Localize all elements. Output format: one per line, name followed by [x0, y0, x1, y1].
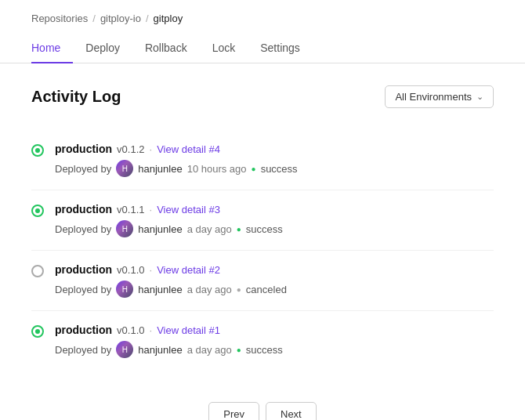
deployed-by-label: Deployed by — [55, 284, 111, 295]
time-text: 10 hours ago — [187, 163, 247, 175]
status-icon-success — [31, 205, 44, 217]
version-tag: v0.1.2 — [117, 143, 144, 155]
user-name: hanjunlee — [138, 223, 182, 235]
view-detail-link[interactable]: View detail #1 — [157, 324, 220, 336]
breadcrumb-repositories[interactable]: Repositories — [31, 13, 88, 24]
activity-meta-row: Deployed by H hanjunlee a day ago ● succ… — [55, 341, 283, 358]
breadcrumb: Repositories / gitploy-io / gitploy — [0, 0, 525, 34]
avatar-image: H — [116, 281, 133, 298]
env-name: production — [55, 263, 112, 276]
version-tag: v0.1.0 — [117, 264, 144, 276]
detail-sep: · — [150, 264, 153, 276]
detail-sep: · — [150, 143, 153, 155]
status-icon-success — [31, 144, 44, 157]
avatar: H — [116, 220, 133, 237]
tab-lock[interactable]: Lock — [200, 34, 248, 63]
page-title: Activity Log — [31, 88, 121, 106]
status-label: success — [246, 344, 283, 356]
time-text: a day ago — [187, 223, 232, 235]
time-text: a day ago — [187, 284, 232, 295]
tab-home[interactable]: Home — [31, 34, 73, 63]
env-dropdown-label: All Environments — [395, 91, 472, 103]
env-name: production — [55, 324, 112, 336]
deployed-by-label: Deployed by — [55, 344, 111, 356]
breadcrumb-sep-1: / — [92, 13, 96, 24]
breadcrumb-sep-2: / — [146, 13, 149, 24]
activity-body: production v0.1.0 · View detail #1 Deplo… — [55, 324, 283, 358]
chevron-down-icon: ⌄ — [476, 92, 483, 102]
view-detail-link[interactable]: View detail #2 — [157, 264, 220, 276]
status-label: success — [246, 223, 283, 235]
activity-list: production v0.1.2 · View detail #4 Deplo… — [31, 130, 494, 371]
view-detail-link[interactable]: View detail #3 — [157, 204, 220, 215]
time-text: a day ago — [187, 344, 232, 356]
activity-body: production v0.1.1 · View detail #3 Deplo… — [55, 203, 283, 237]
tab-rollback[interactable]: Rollback — [132, 34, 200, 63]
activity-title-row: production v0.1.0 · View detail #2 — [55, 263, 287, 276]
breadcrumb-current: gitploy — [154, 13, 183, 24]
nav-tabs: Home Deploy Rollback Lock Settings — [0, 34, 525, 63]
pagination: Prev Next — [31, 402, 494, 420]
list-item: production v0.1.0 · View detail #1 Deplo… — [31, 311, 494, 371]
version-tag: v0.1.0 — [117, 324, 144, 336]
activity-body: production v0.1.2 · View detail #4 Deplo… — [55, 143, 298, 177]
page-header: Activity Log All Environments ⌄ — [31, 85, 494, 108]
next-button[interactable]: Next — [266, 402, 317, 420]
list-item: production v0.1.2 · View detail #4 Deplo… — [31, 130, 494, 190]
tab-settings[interactable]: Settings — [248, 34, 313, 63]
tab-deploy[interactable]: Deploy — [73, 34, 132, 63]
avatar-image: H — [116, 341, 133, 358]
status-icon-container — [31, 205, 44, 217]
detail-sep: · — [150, 324, 153, 336]
env-dropdown[interactable]: All Environments ⌄ — [385, 85, 494, 108]
prev-button[interactable]: Prev — [208, 402, 259, 420]
status-label: canceled — [246, 284, 287, 295]
activity-meta-row: Deployed by H hanjunlee 10 hours ago ● s… — [55, 160, 298, 177]
activity-meta-row: Deployed by H hanjunlee a day ago ● canc… — [55, 281, 287, 298]
activity-body: production v0.1.0 · View detail #2 Deplo… — [55, 263, 287, 298]
status-icon-success — [31, 325, 44, 338]
env-name: production — [55, 143, 112, 155]
avatar: H — [116, 160, 133, 177]
status-icon-neutral — [31, 265, 44, 277]
detail-sep: · — [150, 204, 153, 215]
status-bullet-icon: ● — [237, 285, 241, 294]
avatar-image: H — [116, 220, 133, 237]
activity-title-row: production v0.1.2 · View detail #4 — [55, 143, 298, 155]
user-name: hanjunlee — [138, 163, 182, 175]
status-bullet-icon: ● — [237, 225, 241, 234]
status-icon-container — [31, 144, 44, 157]
deployed-by-label: Deployed by — [55, 223, 111, 235]
deployed-by-label: Deployed by — [55, 163, 111, 175]
status-icon-container — [31, 265, 44, 277]
activity-title-row: production v0.1.1 · View detail #3 — [55, 203, 283, 215]
avatar-image: H — [116, 160, 133, 177]
avatar: H — [116, 281, 133, 298]
status-icon-container — [31, 325, 44, 338]
avatar: H — [116, 341, 133, 358]
env-name: production — [55, 203, 112, 215]
user-name: hanjunlee — [138, 344, 182, 356]
main-content: Activity Log All Environments ⌄ producti… — [0, 63, 525, 420]
version-tag: v0.1.1 — [117, 204, 144, 215]
list-item: production v0.1.1 · View detail #3 Deplo… — [31, 190, 494, 251]
list-item: production v0.1.0 · View detail #2 Deplo… — [31, 251, 494, 311]
user-name: hanjunlee — [138, 284, 182, 295]
status-label: success — [261, 163, 298, 175]
activity-meta-row: Deployed by H hanjunlee a day ago ● succ… — [55, 220, 283, 237]
breadcrumb-org[interactable]: gitploy-io — [100, 13, 141, 24]
activity-title-row: production v0.1.0 · View detail #1 — [55, 324, 283, 336]
view-detail-link[interactable]: View detail #4 — [157, 143, 220, 155]
status-bullet-icon: ● — [252, 165, 256, 173]
status-bullet-icon: ● — [237, 346, 241, 354]
